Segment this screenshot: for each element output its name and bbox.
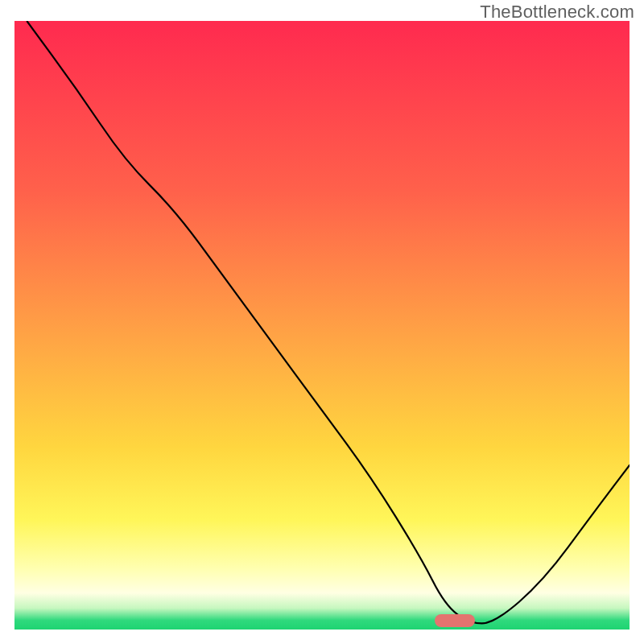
curve-path [27, 21, 630, 623]
watermark-text: TheBottleneck.com [480, 2, 634, 23]
bottleneck-curve [14, 21, 630, 630]
chart-container: TheBottleneck.com [0, 0, 644, 644]
optimal-marker [435, 614, 475, 627]
plot-area [14, 21, 630, 630]
